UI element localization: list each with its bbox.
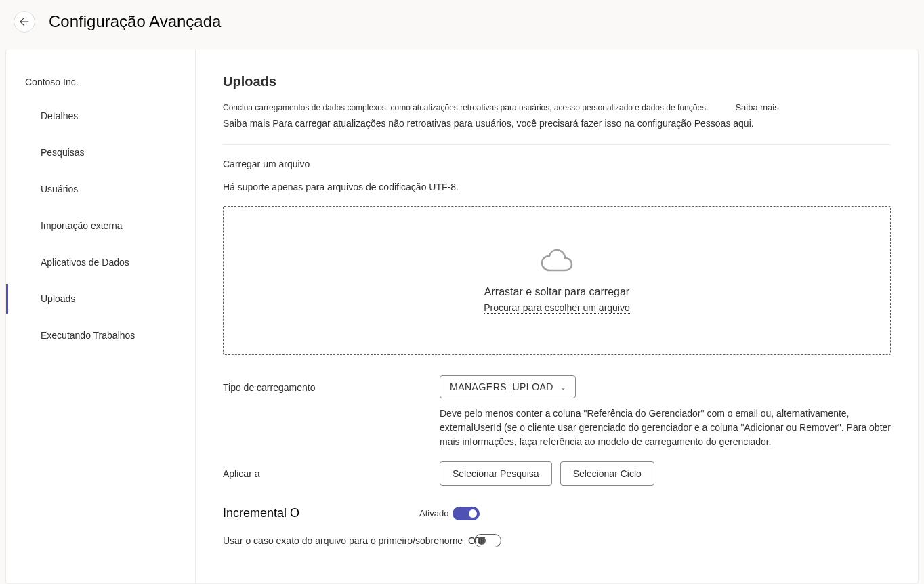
exact-case-label: Usar o caso exato do arquivo para o prim… — [223, 535, 463, 546]
upload-type-row: Tipo de carregamento MANAGERS_UPLOAD ⌄ D… — [223, 375, 891, 449]
sidebar: Contoso Inc. Detalhes Pesquisas Usuários… — [6, 49, 196, 583]
sidebar-item-details[interactable]: Detalhes — [6, 101, 195, 131]
content-area: Uploads Conclua carregamentos de dados c… — [196, 49, 918, 583]
main-container: Contoso Inc. Detalhes Pesquisas Usuários… — [5, 49, 919, 584]
learn-more-link[interactable]: Saiba mais — [735, 102, 778, 112]
encoding-hint: Há suporte apenas para arquivos de codif… — [223, 182, 891, 192]
upload-section-title: Carregar um arquivo — [223, 159, 891, 169]
exact-case-row: Usar o caso exato do arquivo para o prim… — [223, 534, 891, 547]
section-title: Uploads — [223, 74, 891, 89]
description-row: Conclua carregamentos de dados complexos… — [223, 102, 891, 114]
sidebar-item-running-jobs[interactable]: Executando Trabalhos — [6, 320, 195, 350]
description-text-2: Saiba mais Para carregar atualizações nã… — [223, 117, 891, 131]
incremental-info: O — [290, 506, 299, 520]
sidebar-item-users[interactable]: Usuários — [6, 174, 195, 204]
browse-link[interactable]: Procurar para escolher um arquivo — [484, 302, 630, 314]
upload-type-help: Deve pelo menos conter a coluna "Referên… — [440, 406, 891, 449]
chevron-down-icon: ⌄ — [560, 383, 566, 391]
select-survey-button[interactable]: Selecionar Pesquisa — [440, 461, 552, 486]
toggle-knob — [469, 509, 477, 518]
incremental-label: Incremental O — [223, 506, 419, 520]
description-text: Conclua carregamentos de dados complexos… — [223, 102, 708, 114]
dropzone-text: Arrastar e soltar para carregar — [237, 286, 877, 298]
apply-to-row: Aplicar a Selecionar Pesquisa Selecionar… — [223, 461, 891, 486]
select-cycle-button[interactable]: Selecionar Ciclo — [560, 461, 654, 486]
exact-case-state: Off — [474, 536, 485, 545]
incremental-state: Ativado — [419, 508, 448, 518]
sidebar-item-uploads[interactable]: Uploads — [6, 284, 195, 314]
page-title: Configuração Avançada — [49, 12, 221, 31]
sidebar-item-data-apps[interactable]: Aplicativos de Dados — [6, 247, 195, 277]
file-dropzone[interactable]: Arrastar e soltar para carregar Procurar… — [223, 206, 891, 355]
back-button[interactable] — [14, 11, 35, 33]
org-name[interactable]: Contoso Inc. — [6, 70, 195, 101]
arrow-left-icon — [20, 17, 29, 26]
sidebar-item-surveys[interactable]: Pesquisas — [6, 138, 195, 167]
incremental-toggle[interactable] — [453, 507, 480, 520]
page-header: Configuração Avançada — [0, 0, 924, 49]
sidebar-item-external-import[interactable]: Importação externa — [6, 211, 195, 241]
cloud-upload-icon — [541, 247, 573, 274]
dropdown-value: MANAGERS_UPLOAD — [450, 381, 553, 392]
incremental-row: Incremental O Ativado — [223, 506, 891, 520]
upload-type-dropdown[interactable]: MANAGERS_UPLOAD ⌄ — [440, 375, 576, 398]
divider — [223, 144, 891, 145]
apply-to-label: Aplicar a — [223, 461, 440, 479]
upload-type-label: Tipo de carregamento — [223, 375, 440, 393]
